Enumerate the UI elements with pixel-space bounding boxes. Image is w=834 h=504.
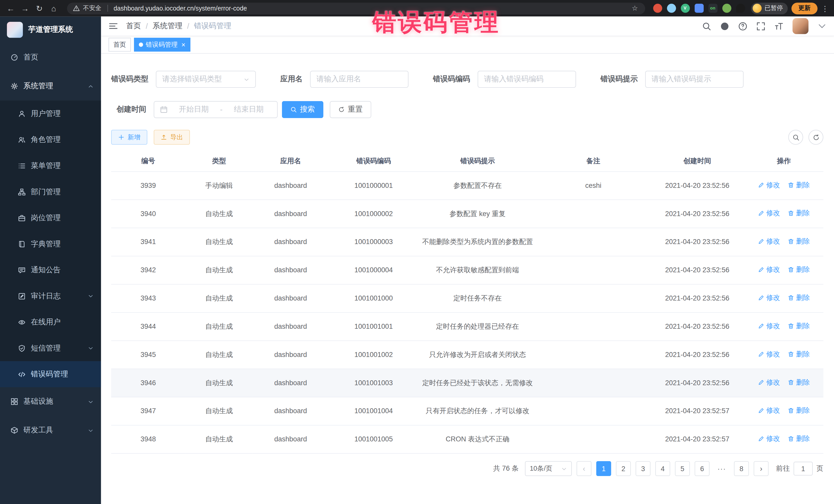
delete-button[interactable]: 删除 bbox=[788, 434, 810, 444]
refresh-table-button[interactable] bbox=[809, 130, 824, 145]
back-icon[interactable]: ← bbox=[5, 3, 16, 13]
sidebar-item-13[interactable]: 错误码管理 bbox=[0, 361, 101, 387]
help-icon[interactable] bbox=[738, 22, 747, 30]
page-button[interactable]: 4 bbox=[655, 461, 670, 476]
browser-profile-chip[interactable]: 已暂停 bbox=[751, 2, 788, 14]
edit-button[interactable]: 修改 bbox=[758, 292, 780, 303]
tab-label: 错误码管理 bbox=[146, 40, 178, 49]
export-button[interactable]: 导出 bbox=[154, 130, 190, 145]
avatar-caret-icon[interactable] bbox=[817, 22, 827, 30]
toggle-search-button[interactable] bbox=[788, 130, 803, 145]
sidebar-item-1[interactable]: 首页 bbox=[0, 43, 101, 72]
error-code-input[interactable]: 请输入错误码编码 bbox=[478, 71, 576, 88]
cell-id: 3941 bbox=[111, 228, 185, 256]
sidebar-item-12[interactable]: 短信管理 bbox=[0, 335, 101, 361]
delete-button[interactable]: 删除 bbox=[788, 180, 810, 191]
hamburger-icon[interactable] bbox=[109, 21, 118, 31]
refresh-icon bbox=[812, 134, 819, 140]
delete-button[interactable]: 删除 bbox=[788, 349, 810, 359]
goto-page-input[interactable]: 1 bbox=[793, 462, 813, 476]
sidebar-item-4[interactable]: 角色管理 bbox=[0, 127, 101, 153]
error-type-select[interactable]: 请选择错误码类型 bbox=[156, 71, 256, 88]
edit-button[interactable]: 修改 bbox=[758, 236, 780, 247]
edit-button[interactable]: 修改 bbox=[758, 321, 780, 331]
forward-icon[interactable]: → bbox=[20, 3, 30, 13]
github-icon[interactable] bbox=[720, 22, 729, 30]
edit-button[interactable]: 修改 bbox=[758, 434, 780, 444]
tab-1[interactable]: 首页 bbox=[109, 38, 131, 51]
edit-button[interactable]: 修改 bbox=[758, 405, 780, 416]
add-button[interactable]: 新增 bbox=[111, 130, 147, 145]
page-size-select[interactable]: 10条/页 bbox=[525, 461, 572, 476]
delete-button[interactable]: 删除 bbox=[788, 264, 810, 275]
sidebar-item-6[interactable]: 部门管理 bbox=[0, 179, 101, 205]
cell-actions: 修改删除 bbox=[744, 256, 823, 284]
edit-button[interactable]: 修改 bbox=[758, 349, 780, 359]
tab-2[interactable]: 错误码管理× bbox=[134, 38, 190, 51]
search-button[interactable]: 搜索 bbox=[282, 101, 324, 118]
delete-button[interactable]: 删除 bbox=[788, 236, 810, 247]
extension-icon-lightblue[interactable] bbox=[667, 4, 676, 13]
page-button[interactable]: 3 bbox=[636, 461, 651, 476]
extension-icon-switch[interactable]: on bbox=[708, 4, 717, 13]
page-button[interactable]: 8 bbox=[734, 461, 749, 476]
sidebar-item-10[interactable]: 审计日志 bbox=[0, 283, 101, 309]
annotation-overlay-text: 错误码管理 bbox=[372, 6, 500, 38]
font-size-icon[interactable] bbox=[774, 22, 784, 30]
extension-icon-green[interactable] bbox=[722, 4, 731, 13]
pagination-total: 共 76 条 bbox=[493, 464, 519, 473]
edit-button[interactable]: 修改 bbox=[758, 208, 780, 218]
table-row: 3939手动编辑dashboard1001000001参数配置不存在ceshi2… bbox=[111, 171, 823, 200]
browser-menu-icon[interactable]: ⋮ bbox=[821, 3, 829, 13]
edit-button[interactable]: 修改 bbox=[758, 377, 780, 388]
page-button[interactable]: 2 bbox=[616, 461, 631, 476]
delete-button[interactable]: 删除 bbox=[788, 377, 810, 388]
pagination-more[interactable]: ··· bbox=[715, 461, 729, 476]
edit-button[interactable]: 修改 bbox=[758, 264, 780, 275]
breadcrumb-item[interactable]: 首页 bbox=[126, 21, 141, 31]
sidebar-item-9[interactable]: 通知公告 bbox=[0, 257, 101, 283]
extension-icon-pin[interactable] bbox=[736, 4, 745, 13]
address-bar[interactable]: 不安全 dashboard.yudao.iocoder.cn/system/er… bbox=[67, 2, 645, 14]
search-icon[interactable] bbox=[702, 22, 711, 30]
page-button[interactable]: 5 bbox=[675, 461, 690, 476]
next-page-button[interactable]: › bbox=[754, 461, 769, 476]
breadcrumb-item[interactable]: 系统管理 bbox=[153, 21, 182, 31]
delete-button[interactable]: 删除 bbox=[788, 405, 810, 416]
tab-active-dot bbox=[139, 43, 143, 47]
sidebar-item-3[interactable]: 用户管理 bbox=[0, 101, 101, 127]
sidebar-item-15[interactable]: 研发工具 bbox=[0, 416, 101, 445]
sidebar-item-14[interactable]: 基础设施 bbox=[0, 387, 101, 416]
delete-button[interactable]: 删除 bbox=[788, 292, 810, 303]
page-button[interactable]: 1 bbox=[596, 461, 611, 476]
browser-update-button[interactable]: 更新 bbox=[791, 2, 817, 14]
extension-icon-vue[interactable]: V bbox=[681, 4, 689, 13]
error-message-input[interactable]: 请输入错误码提示 bbox=[645, 71, 743, 88]
sidebar-item-11[interactable]: 在线用户 bbox=[0, 309, 101, 335]
sidebar-item-8[interactable]: 字典管理 bbox=[0, 231, 101, 257]
tab-close-icon[interactable]: × bbox=[181, 41, 185, 48]
sidebar-item-2[interactable]: 系统管理 bbox=[0, 72, 101, 101]
page-button[interactable]: 6 bbox=[695, 461, 709, 476]
edit-button[interactable]: 修改 bbox=[758, 180, 780, 191]
app-logo[interactable]: 芋道管理系统 bbox=[0, 17, 101, 43]
breadcrumb-item[interactable]: 错误码管理 bbox=[194, 21, 231, 31]
sidebar-item-label: 错误码管理 bbox=[31, 369, 94, 379]
reload-icon[interactable]: ↻ bbox=[34, 3, 45, 13]
extension-icon-red[interactable] bbox=[653, 4, 662, 13]
user-avatar[interactable] bbox=[792, 18, 808, 34]
extension-icon-blue-grid[interactable] bbox=[695, 4, 703, 13]
sidebar-item-5[interactable]: 菜单管理 bbox=[0, 153, 101, 179]
delete-button[interactable]: 删除 bbox=[788, 321, 810, 331]
delete-icon bbox=[788, 210, 794, 217]
chevron-down-icon bbox=[88, 293, 94, 299]
delete-button[interactable]: 删除 bbox=[788, 208, 810, 218]
sidebar-item-7[interactable]: 岗位管理 bbox=[0, 205, 101, 231]
home-icon[interactable]: ⌂ bbox=[48, 3, 59, 13]
prev-page-button[interactable]: ‹ bbox=[577, 461, 592, 476]
reset-button[interactable]: 重置 bbox=[330, 101, 371, 118]
date-range-picker[interactable]: 开始日期 - 结束日期 bbox=[154, 101, 278, 118]
fullscreen-icon[interactable] bbox=[756, 22, 765, 30]
app-name-input[interactable]: 请输入应用名 bbox=[310, 71, 408, 88]
bookmark-star-icon[interactable]: ☆ bbox=[631, 4, 639, 13]
